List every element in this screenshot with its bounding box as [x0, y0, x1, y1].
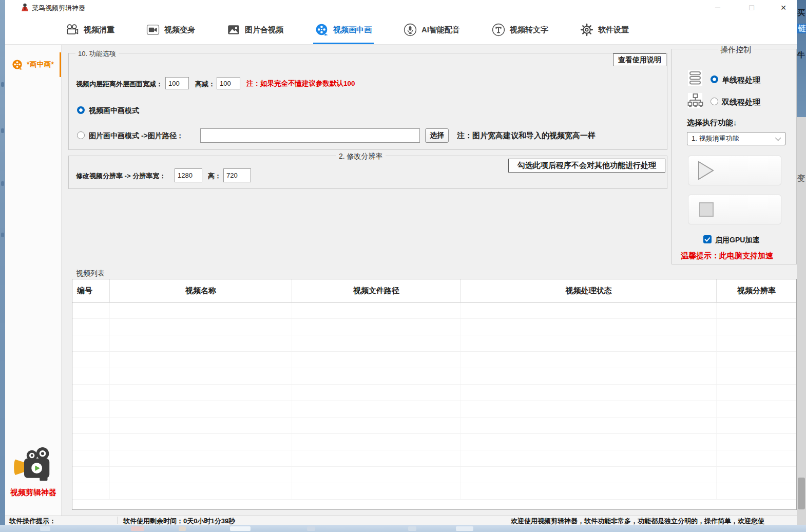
table-row[interactable]: [72, 302, 796, 319]
table-row[interactable]: [72, 335, 796, 352]
table-row[interactable]: [72, 483, 796, 500]
screen: 买 链 牛 变 菜鸟视频剪辑神器 ─ □ ✕: [0, 0, 806, 532]
sidebar-item-pip[interactable]: *画中画*: [5, 51, 62, 78]
table-row[interactable]: [72, 385, 796, 401]
column-header-name[interactable]: 视频名称: [110, 279, 292, 302]
column-header-path[interactable]: 视频文件路径: [292, 279, 461, 302]
microphone-icon: [404, 23, 417, 36]
letter-t-icon: [492, 23, 505, 36]
dual-thread-icon: [687, 92, 703, 109]
tab-video-dedup[interactable]: 视频消重: [66, 15, 114, 44]
single-thread-icon: [687, 70, 703, 86]
play-icon: [697, 160, 715, 181]
main-tab-bar: 视频消重 视频变身 图片合视频: [5, 15, 797, 45]
tab-video-pip[interactable]: 视频画中画: [315, 15, 372, 44]
tab-video-to-text[interactable]: 视频转文字: [492, 15, 548, 44]
edge-char: 变: [797, 174, 805, 183]
video-pip-mode-label[interactable]: 视频画中画模式: [89, 106, 139, 116]
dual-thread-label[interactable]: 双线程处理: [722, 98, 760, 107]
column-header-index[interactable]: 编号: [72, 279, 110, 302]
video-camera-logo-icon: [11, 447, 55, 484]
single-thread-label[interactable]: 单线程处理: [722, 75, 760, 85]
tab-label: 视频画中画: [333, 25, 372, 35]
video-list-title: 视频列表: [73, 269, 107, 278]
tab-video-transform[interactable]: 视频变身: [146, 15, 195, 44]
tab-settings[interactable]: 软件设置: [580, 15, 629, 44]
edge-char: 链: [797, 24, 806, 33]
table-row[interactable]: [72, 417, 796, 434]
background-scrollbar-thumb: [798, 478, 805, 509]
tab-label: 视频转文字: [510, 25, 548, 35]
single-thread-radio[interactable]: [711, 75, 718, 83]
options-group-title: 10. 功能选项: [75, 49, 119, 59]
minimize-button[interactable]: ─: [706, 0, 729, 15]
status-remaining-time: 软件使用剩余时间：0天0小时1分39秒: [123, 517, 235, 526]
default-note: 注：如果完全不懂建议参数默认100: [246, 79, 355, 88]
dual-thread-radio[interactable]: [711, 98, 718, 105]
stop-icon: [699, 202, 714, 217]
tab-ai-voice[interactable]: AI智能配音: [404, 15, 460, 44]
movie-camera-icon: [66, 23, 79, 36]
tab-label: 软件设置: [598, 25, 629, 35]
function-select[interactable]: 1. 视频消重功能: [687, 132, 785, 145]
table-row[interactable]: [72, 319, 796, 335]
choose-function-label: 选择执行功能↓: [687, 118, 737, 128]
status-separator: [117, 517, 118, 524]
sidebar-logo-caption: 视频剪辑神器: [5, 488, 62, 498]
desktop-background-left: [0, 0, 5, 532]
inner-width-label: 视频内层距离外层画面宽减：: [76, 80, 163, 89]
tab-label: 视频变身: [164, 25, 195, 35]
resolution-width-input[interactable]: [175, 168, 202, 182]
gpu-acceleration-label[interactable]: 启用GPU加速: [715, 236, 759, 245]
edge-char: 牛: [797, 50, 805, 60]
film-reel-icon: [315, 23, 329, 36]
view-manual-button[interactable]: 查看使用说明: [613, 53, 666, 66]
inner-height-label: 高减：: [195, 80, 215, 89]
video-pip-mode-radio[interactable]: [77, 106, 85, 114]
browse-image-button[interactable]: 选择: [425, 128, 449, 143]
maximize-button[interactable]: □: [740, 0, 763, 15]
table-row[interactable]: [72, 401, 796, 417]
image-path-input[interactable]: [200, 128, 420, 143]
video-list-header: 编号 视频名称 视频文件路径 视频处理状态 视频分辨率: [72, 279, 796, 302]
tab-image-to-video[interactable]: 图片合视频: [227, 15, 283, 44]
sidebar-item-label: *画中画*: [27, 60, 54, 69]
sidebar: *画中画* 视频剪辑神器: [5, 45, 62, 516]
inner-width-input[interactable]: [165, 77, 189, 89]
start-button[interactable]: [688, 156, 781, 185]
function-select-value: 1. 视频消重功能: [692, 134, 739, 143]
video-list-body: [72, 302, 796, 500]
video-list-table: 编号 视频名称 视频文件路径 视频处理状态 视频分辨率: [72, 279, 797, 510]
close-button[interactable]: ✕: [772, 0, 795, 15]
status-bar: 软件操作提示： 软件使用剩余时间：0天0小时1分39秒 欢迎使用视频剪辑神器，软…: [5, 516, 797, 525]
picture-icon: [227, 23, 240, 36]
table-row[interactable]: [72, 434, 796, 450]
image-pip-mode-radio[interactable]: [77, 131, 85, 139]
edge-char: 买: [797, 8, 805, 18]
table-row[interactable]: [72, 352, 796, 368]
sidebar-logo: 视频剪辑神器: [5, 447, 62, 498]
stop-button[interactable]: [688, 195, 781, 224]
resolution-height-label: 高：: [208, 172, 221, 181]
tab-label: 图片合视频: [245, 25, 283, 35]
table-row[interactable]: [72, 450, 796, 467]
active-indicator-bar: [60, 52, 61, 77]
resolution-group-title: 2. 修改分辨率: [336, 152, 386, 161]
app-logo-icon: [21, 3, 29, 12]
film-reel-icon: [12, 59, 23, 70]
tab-label: 视频消重: [84, 25, 114, 35]
exclusive-process-button[interactable]: 勾选此项后程序不会对其他功能进行处理: [508, 159, 665, 173]
column-header-resolution[interactable]: 视频分辨率: [717, 279, 796, 302]
resolution-height-input[interactable]: [223, 168, 251, 182]
control-panel-title: 操作控制: [718, 45, 754, 55]
gpu-acceleration-checkbox[interactable]: [703, 235, 712, 243]
background-window-edge: 买 链 牛 变: [797, 0, 806, 525]
inner-height-input[interactable]: [217, 77, 240, 89]
status-welcome-text: 欢迎使用视频剪辑神器，软件功能非常多，功能都是独立分明的，操作简单，欢迎您使: [511, 517, 764, 526]
app-window: 菜鸟视频剪辑神器 ─ □ ✕ 视频消重: [5, 0, 797, 525]
image-pip-mode-label[interactable]: 图片画中画模式 ->图片路径：: [89, 131, 184, 141]
column-header-status[interactable]: 视频处理状态: [461, 279, 717, 302]
table-row[interactable]: [72, 467, 796, 483]
table-row[interactable]: [72, 368, 796, 385]
gpu-support-tip: 温馨提示：此电脑支持加速: [681, 251, 773, 261]
